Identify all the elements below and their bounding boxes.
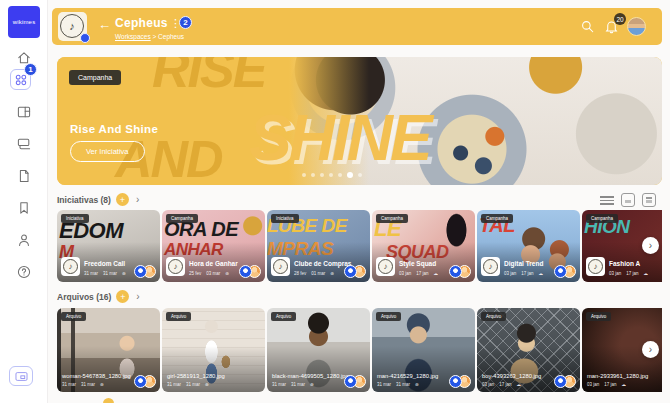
file-name: black-man-4699505_1280.jpg [272,373,349,379]
logo-status-dot [80,33,90,43]
top-header: ♪ ← Cepheus ⋮ 2 Workspaces > Cepheus 20 [52,8,662,45]
initiative-card[interactable]: ORA DE ANHAR Campanha ♪ Hora de Ganhar 2… [162,210,265,282]
member-avatars [344,265,366,278]
sidebar-item-help[interactable] [13,261,35,283]
initiatives-title: Iniciativas (8) [57,195,111,205]
visibility-icon: ⊕ [122,271,126,276]
workspace-logo[interactable]: ♪ [58,12,87,41]
files-expand-chevron-icon[interactable]: › [136,291,139,302]
initiative-title: Fashion A [609,260,640,267]
pagination-dot [103,398,114,403]
file-card[interactable]: Arquivo woman-5467838_1280.jpg 31 mar31 … [57,308,160,392]
view-toggles [600,193,656,207]
member-avatars [554,265,576,278]
file-card[interactable]: Arquivo man-4216529_1280.jpg 31 mar31 ma… [372,308,475,392]
avatar [134,375,147,388]
wikimes-logo[interactable]: wikimes [8,6,40,38]
initiatives-next-button[interactable]: › [642,237,659,254]
member-avatars [344,375,366,388]
sidebar-widget-button[interactable] [9,366,33,386]
sidebar-item-boards[interactable] [13,101,35,123]
carousel-dot[interactable] [358,173,362,177]
initiative-card[interactable]: LE SQUAD Campanha ♪ Style Squad 03 jan17… [372,210,475,282]
avatar [554,265,567,278]
sidebar-item-bookmarks[interactable] [13,197,35,219]
files-title: Arquivos (16) [57,292,111,302]
avatar [344,375,357,388]
files-next-button[interactable]: › [642,341,659,358]
avatar [449,375,462,388]
member-avatars [134,375,156,388]
annotation-marker-1: 1 [24,63,37,76]
sidebar-item-profile[interactable] [13,229,35,251]
initiative-card[interactable]: LUBE DE MPRAS Iniciativa ♪ Clube de Comp… [267,210,370,282]
user-avatar[interactable] [627,17,646,36]
avatar [344,265,357,278]
carousel-dot[interactable] [311,173,315,177]
member-avatars [239,265,261,278]
add-initiative-button[interactable]: + [116,193,129,206]
initiative-card[interactable]: EDOM M Iniciativa ♪ Freedom Call 31 mar3… [57,210,160,282]
carousel-dots[interactable] [302,172,362,178]
card-type-badge: Arquivo [376,312,401,321]
visibility-icon: ☁ [517,382,522,387]
hero-banner[interactable]: RISE AND SHINE Campanha Rise And Shine V… [57,57,662,185]
card-view-icon[interactable] [621,193,635,207]
sidebar-item-inbox[interactable] [13,133,35,155]
visibility-icon: ☁ [622,382,627,387]
file-dates: 31 mar31 mar⊕ [167,382,209,387]
carousel-dot[interactable] [338,173,342,177]
visibility-icon: ⊕ [100,382,104,387]
initiative-dates: 03 jan17 jan☁ [399,271,438,276]
back-arrow-icon[interactable]: ← [98,17,111,32]
profile-icon [16,232,32,248]
card-type-badge: Campanha [166,214,198,223]
avatar [449,265,462,278]
widget-icon [15,371,28,382]
workspace-emblem-icon: ♪ [481,257,500,276]
file-name: man-4216529_1280.jpg [377,373,438,379]
visibility-icon: ⊕ [310,382,314,387]
card-type-badge: Campanha [376,214,408,223]
file-name: man-2933961_1280.jpg [587,373,648,379]
card-type-badge: Iniciativa [61,214,89,223]
card-type-badge: Arquivo [61,312,86,321]
workspace-emblem-icon: ♪ [586,257,605,276]
breadcrumb-separator: > [152,33,156,40]
card-type-badge: Campanha [586,214,618,223]
initiative-dates: 03 jan17 jan☁ [609,271,648,276]
initiative-dates: 28 fev01 mar⊕ [294,271,334,276]
visibility-icon: ⊕ [415,382,419,387]
file-name: boy-4393263_1280.jpg [482,373,541,379]
initiatives-expand-chevron-icon[interactable]: › [136,194,139,205]
file-card[interactable]: Arquivo black-man-4699505_1280.jpg 31 ma… [267,308,370,392]
initiative-title: Clube de Compras [294,260,351,267]
card-type-badge: Arquivo [481,312,506,321]
file-dates: 03 jan17 jan☁ [482,382,521,387]
files-row: Arquivo woman-5467838_1280.jpg 31 mar31 … [57,308,662,392]
initiatives-row: EDOM M Iniciativa ♪ Freedom Call 31 mar3… [57,210,662,282]
carousel-dot-active[interactable] [347,172,353,178]
carousel-dot[interactable] [302,173,306,177]
avatar [239,265,252,278]
file-card[interactable]: Arquivo girl-2581913_1280.jpg 31 mar31 m… [162,308,265,392]
search-icon[interactable] [580,19,596,35]
initiative-title: Digital Trend [504,260,543,267]
initiative-card[interactable]: TAL Campanha ♪ Digital Trend 03 jan17 ja… [477,210,580,282]
file-name: woman-5467838_1280.jpg [62,373,131,379]
page-title: Cepheus [115,16,168,30]
visibility-icon: ⊕ [205,382,209,387]
breadcrumb: Workspaces > Cepheus [115,33,184,40]
list-view-icon[interactable] [600,194,614,206]
add-file-button[interactable]: + [116,290,129,303]
detail-view-icon[interactable] [642,193,656,207]
file-dates: 31 mar31 mar⊕ [377,382,419,387]
carousel-dot[interactable] [329,173,333,177]
breadcrumb-workspaces-link[interactable]: Workspaces [115,33,151,40]
sidebar-item-documents[interactable] [13,165,35,187]
workspace-emblem-icon: ♪ [166,257,185,276]
carousel-dot[interactable] [320,173,324,177]
view-initiative-button[interactable]: Ver Iniciativa [70,141,145,162]
visibility-icon: ⊕ [330,271,334,276]
file-card[interactable]: Arquivo boy-4393263_1280.jpg 03 jan17 ja… [477,308,580,392]
